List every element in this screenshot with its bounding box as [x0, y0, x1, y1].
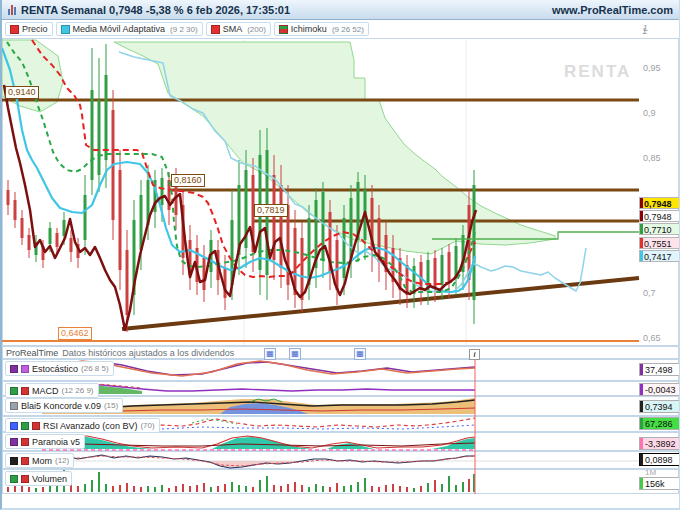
chart-title-wrap: RENTA Semanal 0,7948 -5,38 % 6 feb 2026,… — [8, 4, 290, 16]
price-tag: 0,7417 — [639, 250, 680, 262]
indicator-value: 37,498 — [639, 363, 680, 376]
indicator-color-icon — [10, 402, 18, 410]
indicator-color-icon — [21, 475, 29, 483]
indicator-value-text: -3,3892 — [645, 439, 676, 449]
level-label[interactable]: 0,9140 — [5, 86, 39, 99]
indicator-value-marker — [640, 384, 643, 395]
price-tag: 0,7551 — [639, 237, 680, 249]
indicator-color-icon — [21, 438, 29, 446]
price-axis-tick: 1 — [643, 23, 648, 33]
indicator-value: 67,286 — [639, 417, 680, 430]
price-tag: 0,7710 — [639, 223, 680, 235]
indicator-color-icon — [32, 422, 40, 430]
indicator-color-icon — [10, 475, 18, 483]
indicator-color-icon — [21, 422, 29, 430]
legend-item-label: Precio — [22, 24, 48, 34]
indicator-params: (70) — [140, 421, 154, 430]
indicator-label-blai5-koncorde-v-09[interactable]: Blai5 Koncorde v.09(15) — [5, 398, 123, 413]
legend-bar: PrecioMedia Móvil Adaptativa(9 2 30)SMA(… — [2, 20, 679, 38]
indicator-color-icon — [10, 387, 18, 395]
info-icon[interactable]: i — [469, 349, 480, 360]
price-axis-tick: 0,7 — [643, 288, 656, 298]
indicator-value: 156k — [639, 477, 680, 490]
indicator-value: 0,7394 — [639, 400, 680, 413]
prorealtime-url[interactable]: www.ProRealTime.com — [552, 4, 673, 16]
indicator-color-icon — [21, 457, 29, 465]
legend-item-params: (9 26 52) — [332, 25, 364, 34]
legend-item-precio[interactable]: Precio — [5, 22, 53, 36]
legend-item-ichimoku[interactable]: Ichimoku(9 26 52) — [274, 22, 369, 36]
level-label[interactable]: 0,8160 — [171, 174, 205, 187]
indicator-label-mom[interactable]: Mom(12) — [5, 453, 74, 468]
indicator-params: (12) — [55, 456, 69, 465]
price-tag: 0,7948 — [639, 197, 680, 209]
indicator-name: MACD — [32, 386, 59, 396]
indicator-label-volumen[interactable]: Volumen — [5, 471, 72, 486]
legend-item-label: Media Móvil Adaptativa — [73, 24, 166, 34]
indicator-value-marker — [640, 478, 643, 489]
indicator-color-icon — [10, 422, 18, 430]
legend-item-params: (200) — [247, 25, 266, 34]
volume-scale-label: 1M — [645, 468, 656, 477]
indicator-label-macd[interactable]: MACD(12 26 9) — [5, 383, 99, 398]
indicator-value-text: -0,0043 — [645, 385, 676, 395]
chart-icon — [8, 4, 16, 15]
indicator-label-estoc-stico[interactable]: Estocástico(26 8 5) — [5, 361, 114, 376]
dividend-event-icon[interactable]: ▦ — [289, 348, 301, 360]
indicator-value-marker — [640, 438, 643, 449]
indicator-value-text: 0,7394 — [645, 402, 673, 412]
indicator-color-icon — [21, 387, 29, 395]
indicator-params: (12 26 9) — [62, 386, 94, 395]
prt-brand: ProRealTime — [6, 348, 58, 358]
indicator-color-icon — [10, 457, 18, 465]
indicator-name: Blai5 Koncorde v.09 — [21, 401, 101, 411]
indicator-value: -3,3892 — [639, 437, 680, 450]
indicator-name: Paranoia v5 — [32, 437, 80, 447]
prt-note: ProRealTime Datos históricos ajustados a… — [6, 347, 234, 359]
indicator-value: -0,0043 — [639, 383, 680, 396]
indicator-value-marker — [640, 364, 643, 375]
indicator-value-text: 67,286 — [645, 419, 673, 429]
legend-item-media-m-vil-adaptativa[interactable]: Media Móvil Adaptativa(9 2 30) — [56, 22, 203, 36]
dividend-event-icon[interactable]: ▦ — [354, 348, 366, 360]
price-tag-marker — [640, 211, 643, 221]
chart-header: RENTA Semanal 0,7948 -5,38 % 6 feb 2026,… — [2, 0, 679, 20]
indicator-value-text: 0,0898 — [645, 455, 673, 465]
chart-canvas[interactable] — [2, 38, 680, 510]
price-axis-tick: 0,65 — [643, 333, 661, 343]
price-axis-tick: 0,95 — [643, 63, 661, 73]
indicator-name: Mom — [32, 456, 52, 466]
price-tag-marker — [640, 224, 643, 234]
indicator-label-paranoia-v5[interactable]: Paranoia v5 — [5, 434, 85, 449]
indicator-label-rsi-avanzado-con-bv-[interactable]: RSI Avanzado (con BV)(70) — [5, 418, 160, 433]
indicator-color-icon — [21, 365, 29, 373]
dividend-note: Datos históricos ajustados a los dividen… — [62, 348, 234, 358]
dividend-event-icon[interactable]: ▦ — [264, 348, 276, 360]
indicator-value: 0,0898 — [639, 453, 680, 466]
legend-color-icon — [10, 25, 19, 34]
indicator-value-text: 37,498 — [645, 365, 673, 375]
trendline[interactable] — [122, 278, 639, 329]
chart-title: RENTA Semanal 0,7948 -5,38 % 6 feb 2026,… — [21, 4, 290, 16]
legend-item-sma[interactable]: SMA(200) — [206, 22, 271, 36]
indicator-params: (15) — [104, 401, 118, 410]
indicator-value-marker — [640, 418, 643, 429]
price-tag-marker — [640, 198, 643, 208]
indicator-name: Estocástico — [32, 364, 78, 374]
legend-item-label: SMA — [223, 24, 243, 34]
level-label[interactable]: 0,6462 — [58, 327, 92, 340]
legend-color-icon — [61, 25, 70, 34]
price-tag-marker — [640, 238, 643, 248]
legend-color-icon — [211, 25, 220, 34]
level-label[interactable]: 0,7819 — [254, 204, 288, 217]
price-axis-tick: 0,85 — [643, 153, 661, 163]
indicator-name: RSI Avanzado (con BV) — [43, 421, 137, 431]
indicator-value-marker — [640, 401, 643, 412]
price-tag-marker — [640, 251, 643, 261]
indicator-name: Volumen — [32, 474, 67, 484]
price-axis-tick: 0,9 — [643, 108, 656, 118]
indicator-value-marker — [640, 454, 643, 465]
indicator-params: (26 8 5) — [81, 364, 109, 373]
indicator-color-icon — [10, 438, 18, 446]
price-tag: 0,7948 — [639, 210, 680, 222]
